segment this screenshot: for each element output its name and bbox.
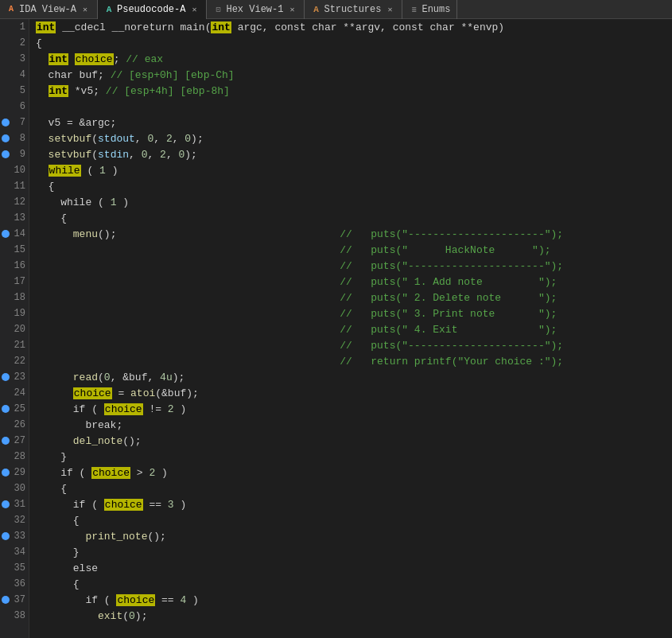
code-line[interactable]: // puts(" 3. Print note "); <box>29 305 672 321</box>
line-number-row: 9 <box>0 146 29 162</box>
code-line[interactable]: menu(); // puts("----------------------"… <box>29 226 672 242</box>
line-number: 14 <box>11 228 29 239</box>
code-line[interactable]: { <box>29 512 672 528</box>
line-number-row: 6 <box>0 99 29 115</box>
breakpoint-dot-col[interactable] <box>0 373 11 381</box>
tab-close-pseudocode[interactable]: ✕ <box>188 4 200 15</box>
tab-hex-view[interactable]: ⊡ Hex View-1 ✕ <box>207 0 305 19</box>
code-line[interactable]: v5 = &argc; <box>29 115 672 130</box>
code-line[interactable]: while ( 1 ) <box>29 194 672 210</box>
breakpoint-dot <box>2 119 10 126</box>
tab-close-ida[interactable]: ✕ <box>80 4 91 15</box>
line-number: 36 <box>11 578 29 589</box>
code-line[interactable]: int choice; // eax <box>29 51 672 67</box>
breakpoint-dot-col[interactable] <box>0 150 11 158</box>
line-number: 21 <box>11 340 29 351</box>
tab-label-pseudocode: Pseudocode-A <box>117 4 185 15</box>
code-line[interactable] <box>29 99 672 115</box>
code-line[interactable]: if ( choice == 3 ) <box>29 496 672 512</box>
code-line[interactable]: { <box>29 576 672 592</box>
line-number: 6 <box>11 101 29 112</box>
code-line[interactable]: del_note(); <box>29 433 672 449</box>
tab-pseudocode[interactable]: A Pseudocode-A ✕ <box>98 0 207 19</box>
tab-icon-structures: A <box>311 5 320 14</box>
breakpoint-dot-col[interactable] <box>0 500 11 508</box>
line-number-row: 10 <box>0 162 29 178</box>
tab-enums[interactable]: ≣ Enums <box>402 0 457 19</box>
code-line[interactable]: setvbuf(stdout, 0, 2, 0); <box>29 130 672 146</box>
code-line[interactable]: } <box>29 544 672 560</box>
line-number-row: 4 <box>0 67 29 83</box>
code-line[interactable]: int __cdecl __noreturn main(int argc, co… <box>29 19 672 35</box>
code-line[interactable]: while ( 1 ) <box>29 162 672 178</box>
line-number-row: 34 <box>0 544 29 560</box>
breakpoint-dot <box>2 532 10 540</box>
code-line[interactable]: if ( choice != 2 ) <box>29 401 672 417</box>
code-line[interactable]: // puts("----------------------"); <box>29 258 672 274</box>
line-number-row: 2 <box>0 35 29 51</box>
line-number: 29 <box>11 467 29 478</box>
code-line[interactable]: // puts(" 1. Add note "); <box>29 274 672 290</box>
code-line[interactable]: int *v5; // [esp+4h] [ebp-8h] <box>29 83 672 99</box>
line-number-row: 3 <box>0 51 29 67</box>
line-number-row: 27 <box>0 433 29 449</box>
tab-structures[interactable]: A Structures ✕ <box>305 0 402 19</box>
line-number-row: 30 <box>0 480 29 496</box>
code-line[interactable]: { <box>29 35 672 51</box>
code-line[interactable]: // puts(" HackNote "); <box>29 242 672 258</box>
breakpoint-dot-col[interactable] <box>0 469 11 477</box>
code-line[interactable]: setvbuf(stdin, 0, 2, 0); <box>29 146 672 162</box>
code-line[interactable]: if ( choice == 4 ) <box>29 592 672 608</box>
tab-icon-pseudocode: A <box>104 5 114 14</box>
tab-close-structures[interactable]: ✕ <box>384 4 395 15</box>
code-line[interactable]: } <box>29 449 672 465</box>
line-number: 13 <box>11 212 29 224</box>
code-line[interactable]: // puts(" 4. Exit "); <box>29 321 672 337</box>
line-number: 27 <box>11 435 29 446</box>
code-line[interactable]: // puts("----------------------"); <box>29 337 672 353</box>
tab-label-enums: Enums <box>421 4 450 15</box>
breakpoint-dot-col[interactable] <box>0 437 11 445</box>
breakpoint-dot-col[interactable] <box>0 119 11 126</box>
line-number: 33 <box>11 531 29 542</box>
breakpoint-dot-col[interactable] <box>0 532 11 540</box>
breakpoint-dot-col[interactable] <box>0 405 11 413</box>
breakpoint-dot <box>2 150 10 158</box>
code-line[interactable]: read(0, &buf, 4u); <box>29 369 672 385</box>
code-line[interactable]: { <box>29 178 672 194</box>
line-number: 2 <box>11 37 29 49</box>
breakpoint-dot-col[interactable] <box>0 230 11 238</box>
code-line[interactable]: { <box>29 210 672 226</box>
line-number: 32 <box>11 515 29 526</box>
code-line[interactable]: char buf; // [esp+0h] [ebp-Ch] <box>29 67 672 83</box>
breakpoint-dot <box>2 500 10 508</box>
breakpoint-dot <box>2 596 10 604</box>
line-number-row: 5 <box>0 83 29 99</box>
breakpoint-dot-col[interactable] <box>0 134 11 142</box>
line-number-row: 21 <box>0 337 29 353</box>
tab-close-hex[interactable]: ✕ <box>286 4 297 15</box>
line-number: 20 <box>11 324 29 335</box>
line-number-row: 19 <box>0 305 29 321</box>
tab-icon-hex: ⊡ <box>213 5 223 14</box>
breakpoint-dot-col[interactable] <box>0 596 11 604</box>
code-line[interactable]: // return printf("Your choice :"); <box>29 353 672 369</box>
line-numbers: 1234567891011121314151617181920212223242… <box>0 19 29 638</box>
tab-bar: A IDA View-A ✕ A Pseudocode-A ✕ ⊡ Hex Vi… <box>0 0 672 19</box>
code-line[interactable]: choice = atoi(&buf); <box>29 385 672 401</box>
line-number-row: 33 <box>0 528 29 544</box>
line-number: 1 <box>11 21 29 33</box>
code-line[interactable]: else <box>29 560 672 576</box>
code-line[interactable]: break; <box>29 417 672 433</box>
line-number: 15 <box>11 244 29 255</box>
tab-ida-view[interactable]: A IDA View-A ✕ <box>0 0 98 19</box>
line-number-row: 26 <box>0 417 29 433</box>
code-line[interactable]: print_note(); <box>29 528 672 544</box>
code-line[interactable]: exit(0); <box>29 608 672 624</box>
code-content: int __cdecl __noreturn main(int argc, co… <box>29 19 672 638</box>
line-number: 35 <box>11 562 29 574</box>
code-line[interactable]: { <box>29 480 672 496</box>
code-line[interactable]: if ( choice > 2 ) <box>29 465 672 480</box>
code-line[interactable]: // puts(" 2. Delete note "); <box>29 290 672 305</box>
line-number-row: 20 <box>0 321 29 337</box>
